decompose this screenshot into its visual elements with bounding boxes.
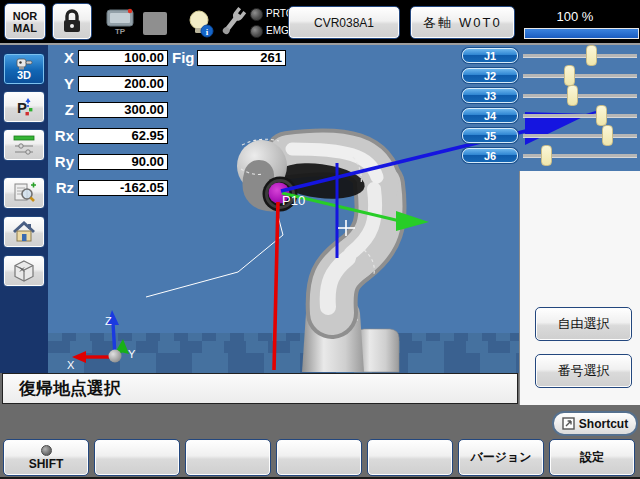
coord-value-x[interactable]: 100.00 [78, 50, 168, 66]
status-square-icon [143, 12, 167, 35]
cube-icon [12, 259, 36, 283]
j6-slider-handle[interactable] [541, 145, 552, 166]
j3-slider-handle[interactable] [567, 85, 578, 106]
program-name: CVR038A1 [314, 16, 374, 30]
green-arrowhead [396, 211, 429, 231]
bulb-glyph: i [185, 7, 217, 39]
world-axis-triad: Z X Y [67, 310, 136, 371]
number-select-button[interactable]: 番号選択 [535, 354, 632, 388]
speed-progress-bar [524, 28, 639, 39]
j4-button[interactable]: J4 [462, 108, 518, 123]
version-label: バージョン [470, 449, 531, 466]
top-status-bar: NOR MAL TP i [0, 0, 640, 45]
sidebar-item-box[interactable] [3, 255, 45, 287]
coord-label-y: Y [48, 76, 74, 92]
fig-value[interactable]: 261 [197, 50, 286, 66]
function-button-4[interactable] [276, 439, 362, 476]
coord-value-rz[interactable]: -162.05 [78, 180, 168, 196]
coord-label-rx: Rx [48, 128, 74, 144]
axis-mode-label: 各軸 W0T0 [423, 14, 501, 32]
lamp-info-icon: i [184, 6, 218, 39]
emg-led [250, 25, 263, 38]
selection-panel: 自由選択 番号選択 [519, 171, 640, 405]
coord-value-ry[interactable]: 90.00 [78, 154, 168, 170]
j5-slider-track[interactable] [523, 134, 637, 138]
wrench-icon [217, 5, 249, 39]
shift-button[interactable]: SHIFT [3, 439, 89, 476]
j1-button[interactable]: J1 [462, 48, 518, 63]
axis-mode-button[interactable]: 各軸 W0T0 [410, 6, 515, 39]
fig-label: Fig [172, 50, 194, 66]
sidebar-3d-label: 3D [17, 70, 31, 81]
sidebar-item-settings-levels[interactable] [3, 129, 45, 161]
speed-progress-fill [525, 29, 638, 38]
coord-label-ry: Ry [48, 154, 74, 170]
shortcut-button[interactable]: Shortcut [552, 411, 638, 436]
left-toolbar: 3D P [0, 45, 48, 373]
sidebar-item-3d-view[interactable]: 3D [3, 53, 45, 85]
svg-text:X: X [67, 359, 75, 371]
j5-button[interactable]: J5 [462, 128, 518, 143]
speed-percent-label: 100 % [540, 9, 610, 24]
settings-label: 設定 [580, 449, 604, 466]
j3-button[interactable]: J3 [462, 88, 518, 103]
sidebar-item-position[interactable]: P [3, 91, 45, 123]
motion-path-line [146, 212, 283, 297]
free-select-button[interactable]: 自由選択 [535, 307, 632, 341]
function-button-3[interactable] [185, 439, 271, 476]
shortcut-label: Shortcut [579, 417, 628, 431]
emg-label: EMG [266, 25, 289, 37]
number-select-label: 番号選択 [558, 362, 610, 380]
status-text: 復帰地点選択 [19, 377, 121, 400]
tp-label: TP [115, 28, 125, 36]
shift-label: SHIFT [29, 457, 64, 471]
j2-slider-track[interactable] [523, 74, 637, 78]
status-message-bar: 復帰地点選択 [2, 373, 518, 404]
coord-value-z[interactable]: 300.00 [78, 102, 168, 118]
j4-slider-handle[interactable] [596, 105, 607, 126]
sidebar-item-home[interactable] [3, 216, 45, 248]
j2-button[interactable]: J2 [462, 68, 518, 83]
coord-label-x: X [48, 50, 74, 66]
lock-button[interactable] [52, 3, 92, 40]
mode-line-1: NOR [13, 10, 37, 22]
j4-slider-track[interactable] [523, 114, 637, 118]
position-p-icon: P [13, 96, 35, 118]
tcp-x-axis-red [274, 202, 278, 370]
sidebar-item-search[interactable] [3, 177, 45, 209]
prtct-led [250, 8, 263, 21]
j3-slider-track[interactable] [523, 94, 637, 98]
j2-slider-handle[interactable] [564, 65, 575, 86]
j6-button[interactable]: J6 [462, 148, 518, 163]
monitor-glyph [105, 8, 135, 28]
point-label: P10 [282, 193, 305, 208]
free-select-label: 自由選択 [558, 315, 610, 333]
tp-monitor-icon: TP [102, 6, 138, 38]
mode-button[interactable]: NOR MAL [4, 3, 46, 40]
home-icon [12, 221, 36, 243]
shift-led [41, 445, 52, 456]
teach-pendant-screen: NOR MAL TP i [0, 0, 640, 479]
version-button[interactable]: バージョン [458, 439, 544, 476]
coord-value-rx[interactable]: 62.95 [78, 128, 168, 144]
settings-button[interactable]: 設定 [549, 439, 635, 476]
j5-slider-handle[interactable] [602, 125, 613, 146]
search-document-icon [12, 181, 36, 205]
lock-icon [60, 9, 84, 35]
svg-text:Z: Z [105, 315, 112, 327]
program-name-button[interactable]: CVR038A1 [288, 6, 400, 39]
function-button-2[interactable] [94, 439, 180, 476]
levels-icon [12, 134, 36, 156]
coord-label-rz: Rz [48, 180, 74, 196]
coord-value-y[interactable]: 200.00 [78, 76, 168, 92]
svg-text:Y: Y [128, 348, 136, 360]
j1-slider-handle[interactable] [586, 45, 597, 66]
j6-slider-track[interactable] [523, 154, 637, 158]
mode-line-2: MAL [13, 22, 37, 34]
j1-slider-track[interactable] [523, 54, 637, 58]
wrench-glyph [218, 6, 248, 38]
coord-label-z: Z [48, 102, 74, 118]
function-button-5[interactable] [367, 439, 453, 476]
shortcut-launch-icon [562, 417, 575, 430]
